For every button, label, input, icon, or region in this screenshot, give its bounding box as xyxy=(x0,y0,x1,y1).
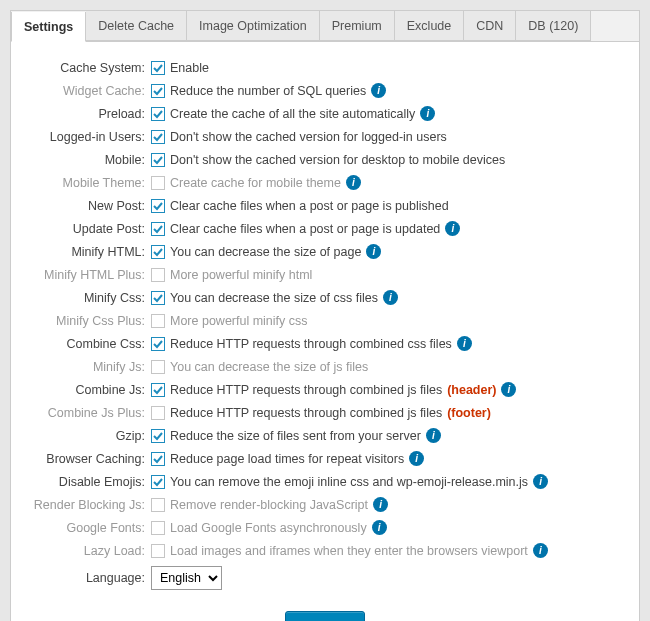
row-widget-cache: Widget Cache: Reduce the number of SQL q… xyxy=(31,79,619,102)
info-icon[interactable]: i xyxy=(383,290,398,305)
text-combine-js-plus: Reduce HTTP requests through combined js… xyxy=(170,404,442,422)
checkbox-cache-system[interactable] xyxy=(151,61,165,75)
info-icon[interactable]: i xyxy=(533,543,548,558)
checkbox-preload[interactable] xyxy=(151,107,165,121)
row-minify-css-plus: Minify Css Plus: More powerful minify cs… xyxy=(31,309,619,332)
tab-exclude[interactable]: Exclude xyxy=(395,11,464,41)
info-icon[interactable]: i xyxy=(409,451,424,466)
text-logged-in-users: Don't show the cached version for logged… xyxy=(170,128,447,146)
tab-premium[interactable]: Premium xyxy=(320,11,395,41)
info-icon[interactable]: i xyxy=(445,221,460,236)
label-gzip: Gzip: xyxy=(31,427,151,445)
checkbox-minify-css[interactable] xyxy=(151,291,165,305)
language-select[interactable]: English xyxy=(151,566,222,590)
info-icon[interactable]: i xyxy=(533,474,548,489)
text-lazy-load: Load images and iframes when they enter … xyxy=(170,542,528,560)
info-icon[interactable]: i xyxy=(366,244,381,259)
row-update-post: Update Post: Clear cache files when a po… xyxy=(31,217,619,240)
text-cache-system: Enable xyxy=(170,59,209,77)
checkbox-minify-css-plus[interactable] xyxy=(151,314,165,328)
suffix-combine-js: (header) xyxy=(447,381,496,399)
text-new-post: Clear cache files when a post or page is… xyxy=(170,197,449,215)
text-gzip: Reduce the size of files sent from your … xyxy=(170,427,421,445)
tab-settings[interactable]: Settings xyxy=(11,12,86,42)
row-preload: Preload: Create the cache of all the sit… xyxy=(31,102,619,125)
label-combine-js: Combine Js: xyxy=(31,381,151,399)
label-mobile-theme: Mobile Theme: xyxy=(31,174,151,192)
text-minify-css: You can decrease the size of css files xyxy=(170,289,378,307)
text-combine-css: Reduce HTTP requests through combined cs… xyxy=(170,335,452,353)
label-lazy-load: Lazy Load: xyxy=(31,542,151,560)
text-widget-cache: Reduce the number of SQL queries xyxy=(170,82,366,100)
checkbox-combine-js[interactable] xyxy=(151,383,165,397)
label-minify-css: Minify Css: xyxy=(31,289,151,307)
tab-bar: Settings Delete Cache Image Optimization… xyxy=(11,11,639,42)
checkbox-disable-emojis[interactable] xyxy=(151,475,165,489)
submit-button[interactable]: Submit xyxy=(285,611,365,622)
text-browser-caching: Reduce page load times for repeat visito… xyxy=(170,450,404,468)
checkbox-mobile-theme[interactable] xyxy=(151,176,165,190)
row-minify-html: Minify HTML: You can decrease the size o… xyxy=(31,240,619,263)
info-icon[interactable]: i xyxy=(346,175,361,190)
text-minify-js: You can decrease the size of js files xyxy=(170,358,368,376)
label-new-post: New Post: xyxy=(31,197,151,215)
checkbox-minify-html-plus[interactable] xyxy=(151,268,165,282)
row-minify-html-plus: Minify HTML Plus: More powerful minify h… xyxy=(31,263,619,286)
info-icon[interactable]: i xyxy=(372,520,387,535)
row-new-post: New Post: Clear cache files when a post … xyxy=(31,194,619,217)
text-google-fonts: Load Google Fonts asynchronously xyxy=(170,519,367,537)
label-google-fonts: Google Fonts: xyxy=(31,519,151,537)
label-combine-js-plus: Combine Js Plus: xyxy=(31,404,151,422)
checkbox-lazy-load[interactable] xyxy=(151,544,165,558)
text-combine-js: Reduce HTTP requests through combined js… xyxy=(170,381,442,399)
label-minify-html-plus: Minify HTML Plus: xyxy=(31,266,151,284)
text-preload: Create the cache of all the site automat… xyxy=(170,105,415,123)
checkbox-combine-js-plus[interactable] xyxy=(151,406,165,420)
label-logged-in-users: Logged-in Users: xyxy=(31,128,151,146)
label-widget-cache: Widget Cache: xyxy=(31,82,151,100)
info-icon[interactable]: i xyxy=(426,428,441,443)
label-update-post: Update Post: xyxy=(31,220,151,238)
label-preload: Preload: xyxy=(31,105,151,123)
checkbox-logged-in-users[interactable] xyxy=(151,130,165,144)
checkbox-render-blocking-js[interactable] xyxy=(151,498,165,512)
checkbox-update-post[interactable] xyxy=(151,222,165,236)
row-gzip: Gzip: Reduce the size of files sent from… xyxy=(31,424,619,447)
checkbox-gzip[interactable] xyxy=(151,429,165,443)
info-icon[interactable]: i xyxy=(373,497,388,512)
checkbox-combine-css[interactable] xyxy=(151,337,165,351)
label-cache-system: Cache System: xyxy=(31,59,151,77)
tab-image-optimization[interactable]: Image Optimization xyxy=(187,11,320,41)
label-mobile: Mobile: xyxy=(31,151,151,169)
info-icon[interactable]: i xyxy=(457,336,472,351)
label-minify-html: Minify HTML: xyxy=(31,243,151,261)
checkbox-minify-js[interactable] xyxy=(151,360,165,374)
tab-cdn[interactable]: CDN xyxy=(464,11,516,41)
label-combine-css: Combine Css: xyxy=(31,335,151,353)
checkbox-browser-caching[interactable] xyxy=(151,452,165,466)
text-render-blocking-js: Remove render-blocking JavaScript xyxy=(170,496,368,514)
info-icon[interactable]: i xyxy=(501,382,516,397)
suffix-combine-js-plus: (footer) xyxy=(447,404,491,422)
checkbox-widget-cache[interactable] xyxy=(151,84,165,98)
row-language: Language: English xyxy=(31,562,619,593)
text-minify-html: You can decrease the size of page xyxy=(170,243,361,261)
text-disable-emojis: You can remove the emoji inline css and … xyxy=(170,473,528,491)
checkbox-mobile[interactable] xyxy=(151,153,165,167)
checkbox-new-post[interactable] xyxy=(151,199,165,213)
info-icon[interactable]: i xyxy=(371,83,386,98)
info-icon[interactable]: i xyxy=(420,106,435,121)
row-browser-caching: Browser Caching: Reduce page load times … xyxy=(31,447,619,470)
row-combine-css: Combine Css: Reduce HTTP requests throug… xyxy=(31,332,619,355)
row-minify-js: Minify Js: You can decrease the size of … xyxy=(31,355,619,378)
checkbox-google-fonts[interactable] xyxy=(151,521,165,535)
label-minify-js: Minify Js: xyxy=(31,358,151,376)
text-minify-html-plus: More powerful minify html xyxy=(170,266,312,284)
checkbox-minify-html[interactable] xyxy=(151,245,165,259)
settings-form: Cache System: Enable Widget Cache: Reduc… xyxy=(11,42,639,621)
row-minify-css: Minify Css: You can decrease the size of… xyxy=(31,286,619,309)
row-lazy-load: Lazy Load: Load images and iframes when … xyxy=(31,539,619,562)
settings-panel: Settings Delete Cache Image Optimization… xyxy=(10,10,640,621)
tab-db[interactable]: DB (120) xyxy=(516,11,591,41)
tab-delete-cache[interactable]: Delete Cache xyxy=(86,11,187,41)
